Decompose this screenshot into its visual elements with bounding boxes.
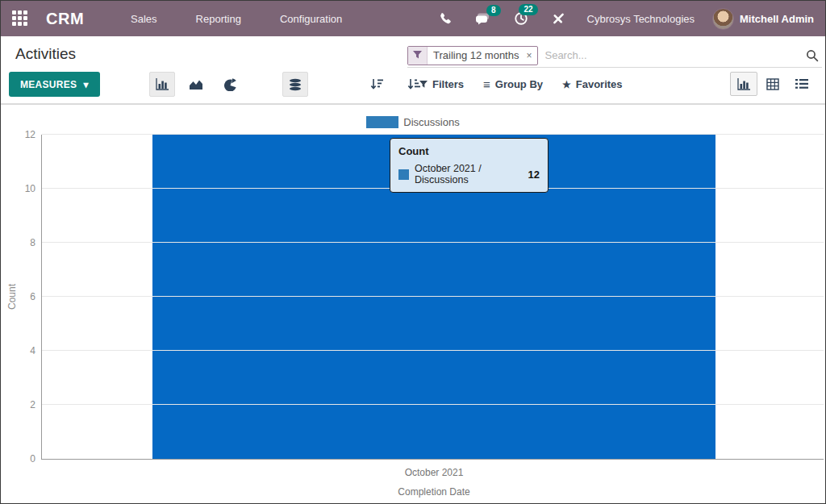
app-name[interactable]: CRM xyxy=(46,10,84,28)
legend-label: Discussions xyxy=(403,116,459,128)
search-input[interactable] xyxy=(544,49,806,61)
menu-configuration[interactable]: Configuration xyxy=(261,13,361,25)
remove-filter-icon[interactable]: × xyxy=(524,47,537,65)
legend-swatch xyxy=(366,116,398,128)
apps-grid-icon[interactable] xyxy=(12,10,28,27)
navbar-right: 8 22 Cybrosys Technologies Mitchell Admi… xyxy=(428,8,825,30)
y-tick-label: 2 xyxy=(6,399,35,410)
bar-chart-type-button[interactable] xyxy=(149,72,175,97)
main-menu: Sales Reporting Configuration xyxy=(111,13,361,25)
filter-facet-label: Trailing 12 months xyxy=(428,47,524,65)
filter-facet: Trailing 12 months × xyxy=(407,46,538,65)
caret-down-icon: ▾ xyxy=(83,79,88,90)
tools-icon[interactable] xyxy=(540,12,576,26)
menu-reporting[interactable]: Reporting xyxy=(177,13,261,25)
group-by-button[interactable]: ≡ Group By xyxy=(483,77,543,91)
filters-button[interactable]: Filters xyxy=(419,78,464,90)
tooltip-value: 12 xyxy=(528,169,540,181)
messages-icon[interactable]: 8 xyxy=(464,12,503,26)
stacked-toggle-wrap xyxy=(282,72,308,97)
gridline xyxy=(42,134,824,135)
funnel-icon xyxy=(408,47,428,65)
chart-legend[interactable]: Discussions xyxy=(1,116,825,128)
gridline xyxy=(42,242,824,243)
favorites-button[interactable]: ★ Favorites xyxy=(562,78,623,90)
y-tick-label: 10 xyxy=(6,183,35,194)
tooltip-title: Count xyxy=(398,145,540,157)
sort-group xyxy=(364,72,427,97)
chart-tooltip: Count October 2021 / Discussions 12 xyxy=(390,138,549,193)
gridline xyxy=(42,296,824,297)
activity-badge: 22 xyxy=(519,4,537,15)
group-by-icon: ≡ xyxy=(483,77,490,91)
gridline xyxy=(42,350,824,351)
x-tick-label: October 2021 xyxy=(152,467,715,478)
company-switcher[interactable]: Cybrosys Technologies xyxy=(576,13,712,25)
view-graph-button[interactable] xyxy=(730,72,757,96)
view-pivot-button[interactable] xyxy=(759,72,786,96)
stacked-icon[interactable] xyxy=(282,72,308,97)
menu-sales[interactable]: Sales xyxy=(111,13,177,25)
user-menu[interactable]: Mitchell Admin xyxy=(712,8,825,30)
sort-desc-icon[interactable] xyxy=(364,72,390,97)
line-chart-type-button[interactable] xyxy=(183,72,209,97)
search-bar[interactable]: Trailing 12 months × xyxy=(407,44,822,68)
star-icon: ★ xyxy=(562,79,571,90)
y-tick-label: 12 xyxy=(6,129,35,140)
y-tick-label: 0 xyxy=(6,453,35,464)
chart-section: Discussions Count October 2021 Completio… xyxy=(1,106,825,503)
y-tick-label: 8 xyxy=(6,237,35,248)
search-options: Filters ≡ Group By ★ Favorites xyxy=(419,72,623,97)
panel-separator xyxy=(1,103,825,105)
avatar xyxy=(712,8,734,30)
graph-toolbar: MEASURES ▾ xyxy=(1,72,825,98)
pie-chart-type-button[interactable] xyxy=(217,72,243,97)
view-list-button[interactable] xyxy=(788,72,816,96)
y-tick-label: 6 xyxy=(6,291,35,302)
view-switcher xyxy=(730,72,816,96)
measures-button[interactable]: MEASURES ▾ xyxy=(9,72,100,97)
y-tick-label: 4 xyxy=(6,345,35,356)
chart-type-group xyxy=(149,72,243,97)
phone-icon[interactable] xyxy=(428,12,464,26)
gridline xyxy=(42,404,824,405)
user-name: Mitchell Admin xyxy=(740,13,814,25)
messages-badge: 8 xyxy=(486,5,501,16)
activity-clock-icon[interactable]: 22 xyxy=(503,11,540,26)
top-navbar: CRM Sales Reporting Configuration 8 xyxy=(1,1,825,36)
tooltip-swatch xyxy=(398,169,409,180)
filter-icon xyxy=(419,81,428,89)
tooltip-label: October 2021 / Discussions xyxy=(415,163,521,185)
crm-graph-page: CRM Sales Reporting Configuration 8 xyxy=(0,0,826,504)
tooltip-row: October 2021 / Discussions 12 xyxy=(398,163,540,185)
x-axis-label: Completion Date xyxy=(152,486,715,498)
search-icon[interactable] xyxy=(806,49,822,62)
page-title: Activities xyxy=(15,45,76,63)
